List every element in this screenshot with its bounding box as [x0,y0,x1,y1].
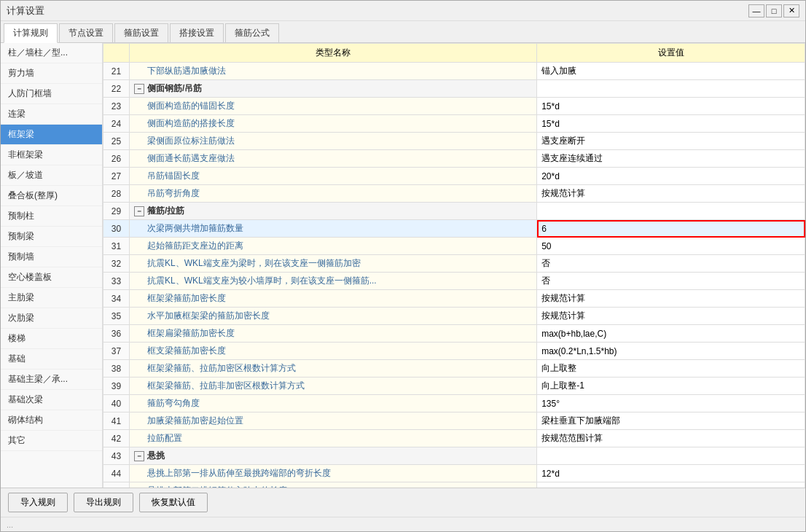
row-name: 拉筋配置 [130,430,537,447]
row-name: 下部纵筋遇加腋做法 [130,63,537,80]
tab-计算规则[interactable]: 计算规则 [4,23,58,43]
sidebar-item-剪力墙[interactable]: 剪力墙 [1,63,102,84]
row-value[interactable]: 遇支座连续通过 [537,150,805,168]
table-row[interactable]: 23侧面构造筋的锚固长度15*d [103,98,805,115]
sidebar-item-基础次梁[interactable]: 基础次梁 [1,390,102,410]
row-value[interactable]: 按规范范围计算 [537,430,805,447]
table-row[interactable]: 40箍筋弯勾角度135° [103,395,805,412]
row-name: 箍筋弯勾角度 [130,395,537,412]
sidebar-item-基础主梁／承...[interactable]: 基础主梁／承... [1,369,102,390]
table-row[interactable]: 25梁侧面原位标注筋做法遇支座断开 [103,133,805,150]
maximize-button[interactable]: □ [766,4,782,17]
group-toggle[interactable]: － [134,84,144,94]
row-value[interactable]: 按规范计算 [537,308,805,325]
table-row[interactable]: 29－箍筋/拉筋 [103,203,805,220]
row-value[interactable]: 向上取整 [537,360,805,378]
row-name: 侧面构造筋的搭接长度 [130,115,537,133]
row-value[interactable]: 135° [537,395,805,412]
table-row[interactable]: 21下部纵筋遇加腋做法锚入加腋 [103,63,805,80]
row-value[interactable]: max(b+hb,lae,C) [537,325,805,343]
sidebar-item-主肋梁[interactable]: 主肋梁 [1,288,102,308]
table-row[interactable]: 39框架梁箍筋、拉筋非加密区根数计算方式向上取整-1 [103,378,805,395]
group-toggle[interactable]: － [134,206,144,216]
sidebar-item-人防门框墙[interactable]: 人防门框墙 [1,84,102,104]
sidebar-item-非框架梁[interactable]: 非框架梁 [1,145,102,165]
export-button[interactable]: 导出规则 [74,493,133,512]
sidebar-item-柱／墙柱／型...[interactable]: 柱／墙柱／型... [1,43,102,63]
row-number: 24 [103,115,130,133]
close-button[interactable]: ✕ [783,4,799,17]
sidebar-item-其它[interactable]: 其它 [1,431,102,451]
sidebar-item-预制梁[interactable]: 预制梁 [1,227,102,247]
row-value[interactable]: 15*d [537,98,805,115]
reset-button[interactable]: 恢复默认值 [139,493,208,512]
table-row[interactable]: 24侧面构造筋的搭接长度15*d [103,115,805,133]
row-value[interactable]: max(0.2*Ln,1.5*hb) [537,343,805,360]
group-toggle[interactable]: － [134,451,144,461]
table-row[interactable]: 37框支梁箍筋加密长度max(0.2*Ln,1.5*hb) [103,343,805,360]
sidebar-item-基础[interactable]: 基础 [1,349,102,369]
row-value[interactable]: 锚入加腋 [537,63,805,80]
table-row[interactable]: 34框架梁箍筋加密长度按规范计算 [103,290,805,308]
sidebar-item-连梁[interactable]: 连梁 [1,104,102,125]
tab-箍筋设置[interactable]: 箍筋设置 [114,23,168,42]
row-name: 梁侧面原位标注筋做法 [130,133,537,150]
settings-table: 类型名称 设置值 21下部纵筋遇加腋做法锚入加腋22－侧面钢筋/吊筋23侧面构造… [103,43,805,488]
table-row[interactable]: 41加腋梁箍筋加密起始位置梁柱垂直下加腋端部 [103,412,805,430]
minimize-button[interactable]: — [748,4,764,17]
table-row[interactable]: 42拉筋配置按规范范围计算 [103,430,805,447]
tab-箍筋公式[interactable]: 箍筋公式 [225,23,279,42]
table-row[interactable]: 26侧面通长筋遇支座做法遇支座连续通过 [103,150,805,168]
table-row[interactable]: 43－悬挑 [103,447,805,465]
row-number: 38 [103,360,130,378]
row-number: 40 [103,395,130,412]
row-value[interactable]: 50 [537,238,805,255]
row-value[interactable]: 20*d [537,168,805,185]
row-value[interactable]: 遇支座断开 [537,133,805,150]
table-row[interactable]: 33抗震KL、WKL端支座为较小墙厚时，则在该支座一侧箍筋...否 [103,273,805,290]
sidebar-item-次肋梁[interactable]: 次肋梁 [1,308,102,329]
sidebar-item-砌体结构[interactable]: 砌体结构 [1,410,102,431]
sidebar-item-预制墙[interactable]: 预制墙 [1,247,102,267]
row-value[interactable]: 否 [537,273,805,290]
sidebar-item-叠合板(整厚)[interactable]: 叠合板(整厚) [1,186,102,206]
table-row[interactable]: 45悬挑上部第二排钢筋伸入跨内的长度0.75*L [103,482,805,488]
table-row[interactable]: 44悬挑上部第一排从筋伸至最挑跨端部的弯折长度12*d [103,465,805,482]
sidebar-item-框架梁[interactable]: 框架梁 [1,125,102,145]
sidebar-item-预制柱[interactable]: 预制柱 [1,206,102,227]
tab-bar: 计算规则节点设置箍筋设置搭接设置箍筋公式 [1,21,805,43]
row-value[interactable]: 15*d [537,115,805,133]
table-row[interactable]: 36框架扁梁箍筋加密长度max(b+hb,lae,C) [103,325,805,343]
table-row[interactable]: 27吊筋锚固长度20*d [103,168,805,185]
tab-搭接设置[interactable]: 搭接设置 [170,23,224,42]
table-row[interactable]: 32抗震KL、WKL端支座为梁时，则在该支座一侧箍筋加密否 [103,255,805,273]
row-value[interactable]: 按规范计算 [537,185,805,203]
row-value[interactable]: 否 [537,255,805,273]
table-row[interactable]: 38框架梁箍筋、拉筋加密区根数计算方式向上取整 [103,360,805,378]
table-row[interactable]: 28吊筋弯折角度按规范计算 [103,185,805,203]
row-value[interactable]: 12*d [537,465,805,482]
row-value[interactable]: 按规范计算 [537,290,805,308]
sidebar-item-楼梯[interactable]: 楼梯 [1,329,102,349]
row-name: 框架梁箍筋、拉筋加密区根数计算方式 [130,360,537,378]
main-table-area[interactable]: 类型名称 设置值 21下部纵筋遇加腋做法锚入加腋22－侧面钢筋/吊筋23侧面构造… [103,43,805,488]
sidebar-item-板／坡道[interactable]: 板／坡道 [1,165,102,186]
row-number: 35 [103,308,130,325]
row-value[interactable]: 0.75*L [537,482,805,488]
import-button[interactable]: 导入规则 [8,493,68,512]
table-row[interactable]: 35水平加腋框架梁的箍筋加密长度按规范计算 [103,308,805,325]
status-bar: ... [1,517,805,531]
tab-节点设置[interactable]: 节点设置 [59,23,113,42]
table-row[interactable]: 31起始箍筋距支座边的距离50 [103,238,805,255]
row-value[interactable]: 梁柱垂直下加腋端部 [537,412,805,430]
row-number: 39 [103,378,130,395]
row-name: 抗震KL、WKL端支座为梁时，则在该支座一侧箍筋加密 [130,255,537,273]
col-value-header: 设置值 [537,44,805,63]
table-row[interactable]: 22－侧面钢筋/吊筋 [103,80,805,98]
row-value[interactable]: 6 [537,220,805,238]
table-row[interactable]: 30次梁两侧共增加箍筋数量6 [103,220,805,238]
row-number: 37 [103,343,130,360]
row-value[interactable]: 向上取整-1 [537,378,805,395]
row-name: 抗震KL、WKL端支座为较小墙厚时，则在该支座一侧箍筋... [130,273,537,290]
sidebar-item-空心楼盖板[interactable]: 空心楼盖板 [1,267,102,288]
